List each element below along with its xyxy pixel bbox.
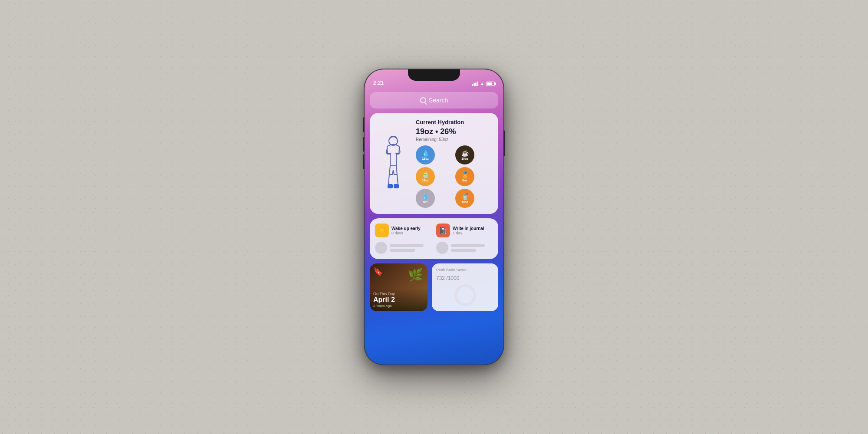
signal-bar-3 [475, 82, 477, 86]
bookmark-icon: 🔖 [373, 267, 383, 276]
signal-bars [472, 82, 478, 86]
signal-bar-1 [472, 84, 473, 86]
wake-up-name: Wake up early [391, 226, 432, 231]
hydration-amount: 19oz • 26% [416, 127, 492, 136]
wake-up-text: Wake up early 0 days [391, 226, 432, 235]
journal-streak: 1 day [453, 231, 493, 235]
placeholder-habit-1 [375, 242, 432, 254]
body-figure-svg [378, 133, 408, 194]
phone-device: 2:21 ▲ [365, 69, 503, 365]
hydration-info: Current Hydration 19oz • 26% Remaining: … [416, 119, 492, 208]
tea-label: 10oz [422, 179, 429, 182]
water-icon: 💧 [422, 150, 429, 157]
drink-button-soda-8[interactable]: 💧 8oz [416, 189, 435, 208]
drink-button-sports-8[interactable]: 🏅 8oz [455, 167, 474, 186]
on-this-day-overlay: On This Day April 2 2 Years Ago [370, 288, 427, 311]
hydration-remaining: Remaining: 53oz [416, 137, 492, 142]
coffee-icon: ☕ [461, 150, 469, 157]
soda-icon: 💧 [422, 193, 429, 200]
placeholder-line-2a [451, 244, 485, 247]
search-bar[interactable]: Search [370, 92, 498, 108]
placeholder-lines-2 [451, 244, 493, 252]
signal-bar-2 [473, 83, 475, 86]
placeholder-line-1a [390, 244, 424, 247]
svg-rect-1 [388, 184, 393, 188]
soda-label: 8oz [423, 201, 428, 204]
placeholder-line-2b [451, 249, 476, 252]
bottom-row: 🌿 🔖 On This Day April 2 2 Years Ago Peak… [370, 263, 498, 311]
brain-score-card[interactable]: Peak Brain Score 732 /1000 [432, 263, 498, 311]
brain-chart-svg [452, 282, 478, 308]
search-icon [420, 97, 426, 103]
search-label: Search [429, 97, 448, 104]
sports-icon: 🏅 [461, 171, 469, 178]
journal-icon: 📓 [436, 224, 450, 237]
wake-up-streak: 0 days [391, 231, 432, 235]
drink-button-juice-10[interactable]: 🥤 10oz [455, 189, 474, 208]
sports-label: 8oz [462, 179, 467, 182]
habit-item-journal[interactable]: 📓 Write in journal 1 day [436, 224, 493, 237]
status-time: 2:21 [373, 80, 472, 86]
placeholder-line-1b [390, 249, 415, 252]
phone-notch [408, 69, 460, 81]
drink-button-coffee-10[interactable]: ☕ 10oz [455, 145, 474, 164]
drink-button-water-22[interactable]: 💧 22oz [416, 145, 435, 164]
brain-chart [436, 282, 494, 308]
phone-screen: 2:21 ▲ [365, 69, 503, 365]
on-this-day-sub: 2 Years Ago [373, 304, 424, 308]
juice-icon: 🥤 [461, 193, 469, 200]
on-this-day-date: April 2 [373, 296, 424, 304]
placeholder-habit-2 [436, 242, 493, 254]
juice-label: 10oz [461, 201, 468, 204]
brain-title: Peak Brain Score [436, 268, 494, 272]
habits-card: ☀️ Wake up early 0 days 📓 Write in journ… [370, 218, 498, 259]
placeholder-avatar-1 [375, 242, 387, 254]
tea-icon: 🍵 [422, 171, 429, 178]
svg-rect-2 [394, 184, 399, 188]
svg-point-3 [456, 286, 475, 305]
placeholder-habits-row [375, 242, 493, 254]
placeholder-lines-1 [390, 244, 432, 252]
placeholder-avatar-2 [436, 242, 448, 254]
body-figure [376, 119, 411, 208]
battery-icon [486, 82, 495, 86]
drink-button-tea-10[interactable]: 🍵 10oz [416, 167, 435, 186]
hydration-card: Current Hydration 19oz • 26% Remaining: … [370, 113, 498, 214]
phone-body: 2:21 ▲ [365, 69, 503, 365]
leaf-decoration: 🌿 [408, 268, 423, 282]
screen-content: Search [365, 89, 503, 365]
signal-bar-4 [477, 82, 478, 86]
journal-text: Write in journal 1 day [453, 226, 493, 235]
coffee-label: 10oz [461, 157, 468, 160]
wifi-icon: ▲ [480, 81, 484, 86]
bookmark-icon-wrapper: 🔖 [373, 267, 383, 276]
drink-buttons: 💧 22oz ☕ 10oz 🍵 10oz [416, 145, 492, 208]
journal-name: Write in journal [453, 226, 493, 231]
water-label: 22oz [422, 157, 429, 160]
habits-row: ☀️ Wake up early 0 days 📓 Write in journ… [375, 224, 493, 237]
wake-up-icon: ☀️ [375, 224, 389, 237]
battery-fill [487, 82, 492, 85]
on-this-day-card[interactable]: 🌿 🔖 On This Day April 2 2 Years Ago [370, 263, 427, 311]
status-icons: ▲ [472, 81, 495, 86]
habit-item-wake-up[interactable]: ☀️ Wake up early 0 days [375, 224, 432, 237]
on-this-day-label: On This Day [373, 292, 424, 296]
hydration-title: Current Hydration [416, 119, 492, 125]
brain-max: /1000 [445, 275, 459, 281]
brain-score: 732 /1000 [436, 272, 494, 282]
